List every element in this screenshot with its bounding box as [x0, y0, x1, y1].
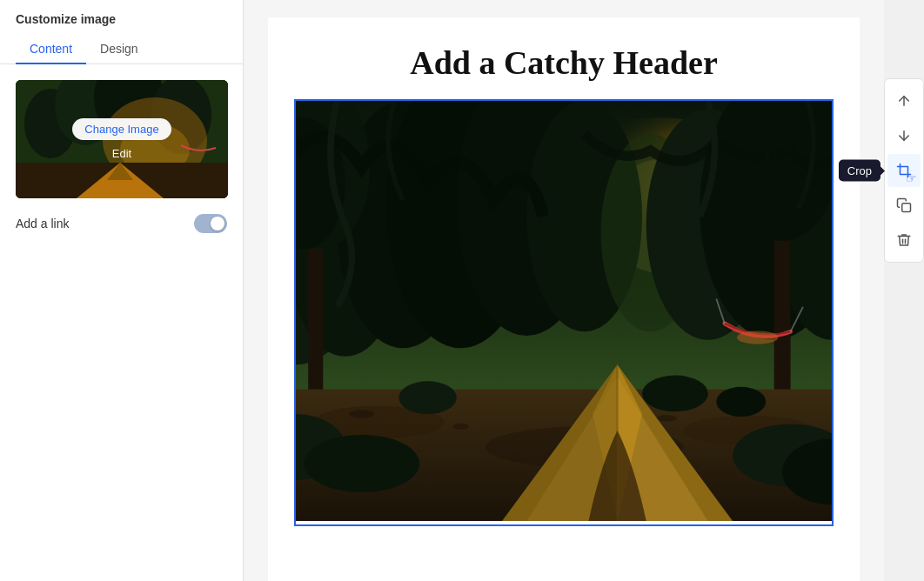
image-block[interactable]	[294, 99, 834, 526]
panel-content: Change Image Edit Add a link	[0, 64, 243, 249]
tab-design[interactable]: Design	[86, 35, 152, 64]
svg-point-34	[657, 415, 677, 422]
arrow-up-icon	[896, 93, 912, 109]
move-up-button[interactable]	[887, 84, 921, 117]
canvas-wrapper: Add a Catchy Header	[268, 17, 860, 581]
svg-rect-52	[902, 204, 911, 212]
crop-icon	[896, 163, 912, 178]
svg-point-47	[398, 381, 456, 414]
tab-content[interactable]: Content	[16, 35, 86, 64]
add-link-label: Add a link	[16, 217, 69, 230]
right-toolbar: Crop ☞	[884, 78, 924, 263]
panel-title: Customize image	[0, 0, 243, 35]
svg-point-33	[452, 424, 469, 431]
crop-button[interactable]: Crop ☞	[887, 154, 921, 187]
image-preview: Change Image Edit	[16, 80, 228, 198]
preview-overlay: Change Image Edit	[16, 80, 228, 198]
tabs-container: Content Design	[0, 35, 243, 64]
svg-point-44	[304, 435, 419, 492]
main-image-svg	[296, 101, 832, 521]
svg-point-42	[737, 331, 778, 344]
add-link-row: Add a link	[16, 214, 227, 233]
svg-point-32	[350, 410, 374, 417]
change-image-button[interactable]: Change Image	[72, 118, 171, 140]
page-header: Add a Catchy Header	[294, 43, 834, 82]
move-down-button[interactable]	[887, 119, 921, 152]
svg-point-48	[642, 376, 708, 412]
edit-label: Edit	[112, 147, 131, 160]
add-link-toggle[interactable]	[194, 214, 227, 233]
svg-point-49	[716, 387, 766, 417]
duplicate-icon	[896, 197, 912, 213]
duplicate-button[interactable]	[887, 189, 921, 222]
left-panel: Customize image Content Design	[0, 0, 244, 581]
arrow-down-icon	[896, 128, 912, 144]
trash-icon	[896, 232, 912, 248]
delete-button[interactable]	[887, 224, 921, 257]
main-canvas-area: Add a Catchy Header	[244, 0, 884, 581]
